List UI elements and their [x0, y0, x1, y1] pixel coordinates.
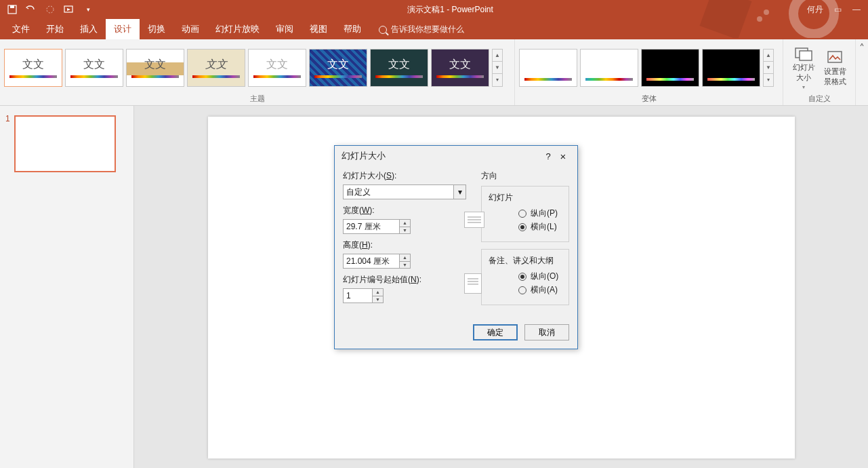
gallery-up-icon[interactable]: ▲ — [764, 50, 773, 62]
spinner-up-icon[interactable]: ▲ — [373, 289, 383, 296]
format-background-button[interactable]: 设置背景格式 — [821, 49, 848, 87]
search-icon — [379, 26, 387, 34]
slide-number: 1 — [5, 114, 10, 172]
slide-size-select[interactable]: 自定义 ▾ — [343, 184, 466, 199]
svg-point-2 — [47, 6, 54, 13]
theme-thumb[interactable]: 文文 — [126, 49, 184, 87]
slides-landscape-radio[interactable]: 横向(L) — [518, 221, 562, 233]
dialog-help-button[interactable]: ? — [541, 151, 556, 161]
svg-rect-9 — [800, 51, 812, 60]
group-themes-label: 主题 — [4, 92, 510, 104]
dialog-titlebar: 幻灯片大小 ? × — [335, 146, 577, 166]
ok-button[interactable]: 确定 — [473, 324, 518, 340]
gallery-down-icon[interactable]: ▼ — [764, 62, 773, 74]
slides-orientation-label: 幻灯片 — [489, 192, 562, 203]
numbering-label: 幻灯片编号起始值(N): — [343, 274, 472, 286]
dialog-close-button[interactable]: × — [556, 151, 571, 162]
tab-home[interactable]: 开始 — [38, 19, 72, 39]
variant-thumb[interactable] — [702, 49, 760, 87]
tab-help[interactable]: 帮助 — [335, 19, 369, 39]
orientation-label: 方向 — [481, 170, 569, 182]
tab-slideshow[interactable]: 幻灯片放映 — [207, 19, 268, 39]
variant-thumb[interactable] — [580, 49, 638, 87]
theme-thumb[interactable]: 文文 — [370, 49, 428, 87]
spinner-down-icon[interactable]: ▼ — [400, 262, 410, 269]
tell-me-search[interactable]: 告诉我你想要做什么 — [379, 24, 464, 39]
slide-size-label: 幻灯片大小(S): — [343, 170, 472, 182]
theme-thumb[interactable]: 文文 — [309, 49, 367, 87]
variants-gallery: ▲ ▼ ▾ — [519, 49, 774, 87]
user-name[interactable]: 何丹 — [807, 4, 823, 16]
variant-thumb[interactable] — [641, 49, 699, 87]
chevron-down-icon: ▾ — [802, 84, 805, 90]
ribbon-tabs: 文件 开始 插入 设计 切换 动画 幻灯片放映 审阅 视图 帮助 告诉我你想要做… — [0, 19, 868, 39]
spinner-up-icon[interactable]: ▲ — [400, 254, 410, 262]
gallery-up-icon[interactable]: ▲ — [493, 50, 502, 62]
orientation-preview-icon — [464, 212, 484, 228]
slides-portrait-radio[interactable]: 纵向(P) — [518, 208, 562, 219]
width-spinner[interactable]: 29.7 厘米 ▲▼ — [343, 219, 411, 234]
theme-thumb[interactable]: 文文 — [65, 49, 123, 87]
tab-view[interactable]: 视图 — [302, 19, 335, 39]
slide-thumbnail — [14, 115, 116, 172]
redo-icon[interactable] — [45, 4, 56, 15]
tab-review[interactable]: 审阅 — [268, 19, 302, 39]
dialog-title: 幻灯片大小 — [342, 150, 541, 162]
group-variants-label: 变体 — [519, 92, 779, 104]
notes-portrait-radio[interactable]: 纵向(O) — [518, 271, 562, 282]
spinner-down-icon[interactable]: ▼ — [400, 227, 410, 234]
slide-size-button[interactable]: 幻灯片大小 ▾ — [790, 45, 817, 90]
ribbon-display-icon[interactable]: ▭ — [833, 5, 842, 14]
chevron-down-icon: ▾ — [453, 185, 466, 199]
spinner-up-icon[interactable]: ▲ — [400, 220, 410, 227]
tell-me-placeholder: 告诉我你想要做什么 — [391, 24, 464, 35]
collapse-ribbon-icon[interactable]: ˄ — [856, 39, 868, 105]
notes-orientation-label: 备注、讲义和大纲 — [489, 255, 562, 267]
height-label: 高度(H): — [343, 239, 472, 251]
numbering-spinner[interactable]: 1 ▲▼ — [343, 288, 384, 303]
title-bar: ▾ 演示文稿1 - PowerPoint 何丹 ▭ — — [0, 0, 868, 19]
save-icon[interactable] — [7, 4, 18, 15]
slide-panel: 1 — [0, 106, 134, 468]
qat-dropdown-icon[interactable]: ▾ — [83, 4, 94, 15]
gallery-scroll: ▲ ▼ ▾ — [492, 49, 503, 87]
ribbon-content: 文文 文文 文文 文文 文文 文文 文文 文文 ▲ ▼ ▾ 主题 — [0, 39, 868, 106]
theme-thumb[interactable]: 文文 — [431, 49, 489, 87]
notes-landscape-radio[interactable]: 横向(A) — [518, 284, 562, 296]
minimize-icon[interactable]: — — [852, 5, 861, 14]
window-title: 演示文稿1 - PowerPoint — [94, 4, 807, 16]
svg-rect-10 — [828, 52, 842, 62]
height-spinner[interactable]: 21.004 厘米 ▲▼ — [343, 254, 411, 269]
start-from-beginning-icon[interactable] — [64, 4, 75, 15]
theme-thumb[interactable]: 文文 — [4, 49, 62, 87]
theme-thumb[interactable]: 文文 — [248, 49, 306, 87]
tab-file[interactable]: 文件 — [4, 19, 38, 39]
gallery-scroll: ▲ ▼ ▾ — [763, 49, 774, 87]
width-label: 宽度(W): — [343, 205, 472, 216]
cancel-button[interactable]: 取消 — [524, 324, 569, 340]
tab-transition[interactable]: 切换 — [140, 19, 173, 39]
theme-thumb[interactable]: 文文 — [187, 49, 245, 87]
slide-size-dialog: 幻灯片大小 ? × 幻灯片大小(S): 自定义 ▾ 宽度(W): 29.7 厘米… — [334, 145, 578, 349]
slide-thumbnail-entry[interactable]: 1 — [0, 115, 133, 172]
undo-icon[interactable] — [26, 4, 37, 15]
format-background-icon — [827, 50, 843, 65]
themes-gallery: 文文 文文 文文 文文 文文 文文 文文 文文 ▲ ▼ ▾ — [4, 49, 503, 87]
group-custom-label: 自定义 — [787, 92, 851, 104]
tab-insert[interactable]: 插入 — [72, 19, 106, 39]
slide-size-icon — [795, 46, 812, 61]
svg-rect-1 — [10, 5, 14, 8]
gallery-more-icon[interactable]: ▾ — [493, 74, 502, 85]
tab-design[interactable]: 设计 — [106, 19, 140, 39]
gallery-more-icon[interactable]: ▾ — [764, 74, 773, 85]
gallery-down-icon[interactable]: ▼ — [493, 62, 502, 74]
orientation-preview-icon — [464, 273, 482, 294]
tab-animation[interactable]: 动画 — [173, 19, 207, 39]
variant-thumb[interactable] — [519, 49, 577, 87]
spinner-down-icon[interactable]: ▼ — [373, 296, 383, 303]
